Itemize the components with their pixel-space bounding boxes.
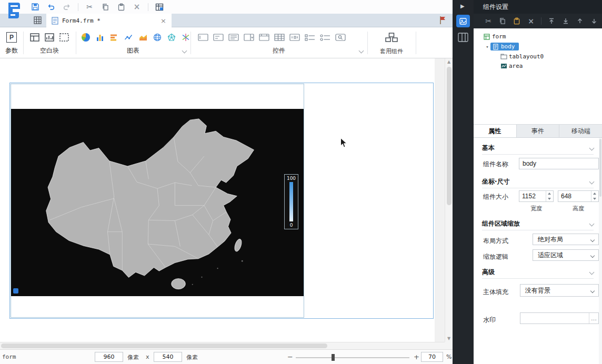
panel-scroll-thumb[interactable] [599, 139, 601, 197]
tab-form4[interactable]: Form4.frm * × [46, 14, 172, 27]
height-input[interactable] [558, 191, 591, 201]
cut-button[interactable]: ✂ [484, 17, 493, 25]
spin-down-icon[interactable] [546, 196, 553, 201]
cut-button[interactable]: ✂ [85, 2, 94, 12]
tablayout-header[interactable] [11, 84, 304, 109]
pie-chart-icon[interactable] [81, 32, 91, 43]
bar-chart-icon[interactable] [109, 32, 119, 43]
spin-up-icon[interactable] [591, 191, 598, 196]
watermark-field[interactable]: … [520, 312, 599, 324]
body-fill-select[interactable]: 没有背景 [520, 284, 599, 297]
table-widget-icon[interactable] [274, 32, 285, 43]
zoom-value-input[interactable] [421, 352, 443, 362]
panel-scrollbar[interactable] [599, 138, 602, 364]
vertical-scroll-thumb[interactable] [447, 67, 452, 205]
section-scale-header[interactable]: 组件区域缩放 [482, 218, 594, 230]
chart-block-icon[interactable] [44, 32, 55, 43]
section-basic-header[interactable]: 基本 [482, 142, 594, 155]
move-down-button[interactable] [590, 17, 598, 25]
canvas-vertical-scrollbar[interactable]: ▲ ▼ [445, 58, 453, 342]
zoom-slider-track[interactable] [296, 357, 409, 358]
tree-item-area[interactable]: area [474, 61, 602, 71]
copy-button[interactable] [101, 2, 110, 12]
form-page[interactable]: 100 0 [0, 58, 435, 342]
select-value: 绝对布局 [538, 235, 563, 244]
undo-button[interactable] [46, 2, 56, 12]
tab-close-icon[interactable]: × [160, 17, 166, 25]
delete-button[interactable]: × [527, 17, 535, 25]
map-chart-icon[interactable] [153, 32, 162, 43]
page-width-input[interactable] [95, 352, 123, 362]
section-size-header[interactable]: 坐标·尺寸 [482, 176, 594, 188]
china-map-chart[interactable]: 100 0 [11, 109, 304, 296]
textarea-widget-icon[interactable] [228, 32, 239, 43]
paste-button[interactable] [513, 17, 521, 25]
design-canvas[interactable]: 100 0 [0, 58, 445, 342]
report-block-icon[interactable] [29, 32, 40, 43]
zoom-in-button[interactable]: + [414, 353, 419, 361]
app-logo-icon[interactable] [6, 2, 22, 25]
line-chart-icon[interactable] [124, 32, 133, 43]
tree-item-body[interactable]: ▾ body [474, 42, 602, 52]
ribbon-divider [416, 32, 416, 54]
query-button-widget-icon[interactable] [335, 32, 346, 43]
radar-chart-icon[interactable] [167, 32, 176, 43]
copy-button[interactable] [498, 17, 507, 25]
chevron-down-icon [589, 179, 595, 185]
number-widget-icon[interactable] [289, 32, 300, 43]
layout-mode-select[interactable]: 绝对布局 [533, 234, 599, 245]
form-body-outline[interactable]: 100 0 [9, 83, 434, 319]
delete-button[interactable]: × [132, 2, 142, 12]
canvas-horizontal-scrollbar[interactable] [0, 342, 445, 349]
table-preview-button[interactable] [155, 2, 164, 12]
horizontal-scroll-thumb[interactable] [1, 343, 327, 348]
section-advanced-header[interactable]: 高级 [482, 266, 594, 279]
move-to-bottom-button[interactable] [561, 17, 570, 25]
label-widget-icon[interactable] [213, 32, 224, 43]
collapse-panel-icon[interactable]: ▶ [460, 3, 465, 9]
watermark-input[interactable] [520, 313, 589, 323]
panel-toolbar: ✂ × [474, 14, 602, 28]
layout-dock-button[interactable] [458, 33, 468, 42]
paste-button[interactable] [116, 2, 126, 12]
move-up-button[interactable] [576, 17, 584, 25]
radio-group-widget-icon[interactable] [320, 32, 330, 43]
tab-events[interactable]: 事件 [517, 125, 560, 137]
combo-chart-icon[interactable] [181, 32, 190, 43]
width-input[interactable] [519, 191, 546, 201]
absolute-canvas-block-icon[interactable] [59, 32, 69, 43]
scroll-up-icon[interactable]: ▲ [445, 59, 453, 64]
spin-down-icon[interactable] [591, 196, 598, 201]
scale-logic-select[interactable]: 适应区域 [533, 249, 599, 261]
save-button[interactable] [31, 2, 40, 12]
tab-mobile[interactable]: 移动端 [559, 125, 602, 137]
area-chart-icon[interactable] [138, 32, 148, 43]
tree-expand-icon[interactable]: ▾ [484, 44, 490, 49]
height-stepper[interactable] [558, 190, 599, 202]
tree-item-tablayout0[interactable]: tablayout0 [474, 52, 602, 62]
selected-tree-node[interactable]: body [490, 43, 519, 50]
page-height-input[interactable] [154, 352, 182, 362]
tab-properties[interactable]: 属性 [474, 125, 517, 137]
zoom-slider-thumb[interactable] [332, 354, 335, 361]
textbox-widget-icon[interactable] [198, 32, 208, 43]
tablayout-widget[interactable]: 100 0 [11, 84, 304, 318]
checkbox-group-widget-icon[interactable] [305, 32, 315, 43]
redo-button[interactable] [62, 2, 72, 12]
width-stepper[interactable] [519, 190, 554, 202]
spin-up-icon[interactable] [546, 191, 553, 196]
column-chart-icon[interactable] [95, 32, 105, 43]
move-to-top-button[interactable] [547, 17, 556, 25]
scroll-down-icon[interactable]: ▼ [445, 336, 453, 341]
zoom-out-button[interactable]: − [287, 353, 293, 361]
component-name-input[interactable] [519, 158, 599, 169]
date-widget-icon[interactable] [259, 32, 269, 43]
combobox-widget-icon[interactable] [244, 32, 254, 43]
component-settings-dock-button[interactable] [456, 15, 470, 27]
reuse-component-icon[interactable] [385, 32, 398, 43]
parameter-pane-button[interactable]: P [6, 32, 17, 43]
flag-icon[interactable] [439, 16, 446, 25]
report-grid-icon[interactable] [34, 16, 42, 24]
tree-item-form[interactable]: form [474, 32, 602, 42]
watermark-more-button[interactable]: … [589, 313, 598, 323]
